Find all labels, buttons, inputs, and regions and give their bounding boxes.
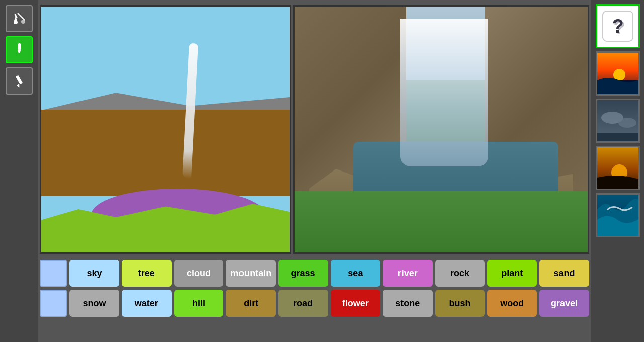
label-cloud[interactable]: cloud [174,260,224,287]
label-sky[interactable]: sky [69,260,119,287]
sunset-preview [597,53,638,94]
thumbnail-dice[interactable]: ? ? [596,4,640,48]
label-river[interactable]: river [383,260,433,287]
label-rock[interactable]: rock [435,260,485,287]
drawing-canvas[interactable] [40,5,291,254]
label-stone[interactable]: stone [383,290,433,317]
thumbnail-wave[interactable] [596,193,640,237]
thumbnail-clouds[interactable] [596,99,640,143]
sundown-preview [597,147,638,189]
label-sea[interactable]: sea [331,260,380,287]
canvases-row [38,0,591,256]
label-grass[interactable]: grass [278,260,328,287]
label-dirt[interactable]: dirt [226,290,276,317]
pencil-tool-button[interactable] [6,67,33,95]
svg-text:?: ? [613,17,625,38]
svg-rect-3 [18,43,21,50]
svg-rect-15 [597,133,640,143]
label-gravel[interactable]: gravel [539,290,589,317]
canvas-dirt-layer [41,110,290,196]
labels-area: sky tree cloud mountain grass sea river … [38,256,591,342]
svg-point-2 [21,20,25,24]
label-hill[interactable]: hill [174,290,224,317]
labels-row2: snow water hill dirt road flower stone b… [40,290,589,317]
color-blank-2[interactable] [40,290,67,317]
svg-line-1 [18,13,25,20]
fill-tool-button[interactable] [6,5,33,32]
wave-preview [597,195,638,236]
label-flower[interactable]: flower [331,290,380,317]
thumbnail-sunset[interactable] [596,51,640,96]
brush-tool-button[interactable] [6,36,33,63]
label-water[interactable]: water [122,290,172,317]
clouds-preview [597,100,638,141]
svg-rect-0 [14,14,18,18]
label-snow[interactable]: snow [69,290,119,317]
svg-point-14 [618,118,636,128]
label-road[interactable]: road [278,290,328,317]
ref-greenery [295,191,588,252]
canvas-grass-layer [41,198,290,252]
thumbnail-sundown[interactable] [596,146,640,190]
dice-icon: ? ? [597,6,638,47]
color-blank-1[interactable] [40,260,67,287]
label-sand[interactable]: sand [539,260,589,287]
label-tree[interactable]: tree [122,260,172,287]
svg-marker-5 [16,84,20,88]
label-plant[interactable]: plant [487,260,537,287]
label-wood[interactable]: wood [487,290,537,317]
reference-photo [293,5,589,254]
label-bush[interactable]: bush [435,290,485,317]
ref-waterfall [400,19,489,166]
main-content: sky tree cloud mountain grass sea river … [38,0,591,342]
left-toolbar [0,0,38,342]
right-thumbnail-panel: ? ? [591,0,644,342]
svg-rect-4 [15,75,22,85]
label-mountain[interactable]: mountain [226,260,276,287]
labels-row1: sky tree cloud mountain grass sea river … [40,260,589,287]
